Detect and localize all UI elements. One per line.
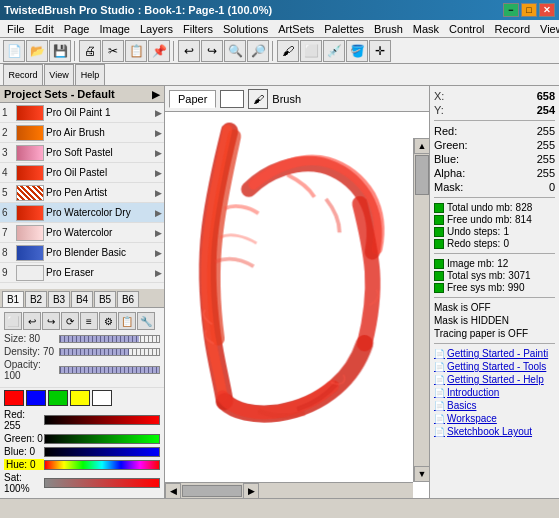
ctrl-icon-2[interactable]: ↩	[23, 312, 41, 330]
horizontal-scrollbar[interactable]: ◀ ▶	[165, 482, 413, 498]
link-workspace[interactable]: 📄 Workspace	[434, 413, 555, 424]
ctrl-icon-7[interactable]: 📋	[118, 312, 136, 330]
undo-button[interactable]: ↩	[178, 40, 200, 62]
maximize-button[interactable]: □	[521, 3, 537, 17]
help-button[interactable]: Help	[75, 64, 105, 86]
link-label-3: Getting Started - Help	[447, 374, 544, 385]
eraser-tool[interactable]: ⬜	[300, 40, 322, 62]
redo-button[interactable]: ↪	[201, 40, 223, 62]
link-label-4: Introduction	[447, 387, 499, 398]
link-introduction[interactable]: 📄 Introduction	[434, 387, 555, 398]
ctrl-icon-4[interactable]: ⟳	[61, 312, 79, 330]
menu-file[interactable]: File	[2, 22, 30, 36]
menu-page[interactable]: Page	[59, 22, 95, 36]
blue-info-label: Blue:	[434, 153, 459, 165]
menu-palettes[interactable]: Palettes	[319, 22, 369, 36]
density-slider[interactable]	[59, 348, 160, 356]
project-sets-header[interactable]: Project Sets - Default ▶	[0, 86, 164, 103]
scroll-thumb-h[interactable]	[182, 485, 242, 497]
print-button[interactable]: 🖨	[79, 40, 101, 62]
sat-slider[interactable]	[44, 478, 160, 488]
brush-tab-b5[interactable]: B5	[94, 291, 116, 307]
green-slider[interactable]	[44, 434, 160, 444]
copy-button[interactable]: 📋	[125, 40, 147, 62]
fg-color-swatch[interactable]	[4, 390, 24, 406]
view-button[interactable]: View	[44, 64, 74, 86]
menu-solutions[interactable]: Solutions	[218, 22, 273, 36]
menu-layers[interactable]: Layers	[135, 22, 178, 36]
menu-image[interactable]: Image	[94, 22, 135, 36]
zoom-out-button[interactable]: 🔎	[247, 40, 269, 62]
swatch-blue[interactable]	[26, 390, 46, 406]
ctrl-icon-3[interactable]: ↪	[42, 312, 60, 330]
close-button[interactable]: ✕	[539, 3, 555, 17]
link-getting-started-help[interactable]: 📄 Getting Started - Help	[434, 374, 555, 385]
menu-brush[interactable]: Brush	[369, 22, 408, 36]
ctrl-icon-1[interactable]: ⬜	[4, 312, 22, 330]
brush-item-8[interactable]: 8 Pro Blender Basic ▶	[0, 243, 164, 263]
menu-control[interactable]: Control	[444, 22, 489, 36]
canvas-area: Paper 🖌 Brush	[165, 86, 429, 498]
brush-item-4[interactable]: 4 Pro Oil Pastel ▶	[0, 163, 164, 183]
project-sets-arrow[interactable]: ▶	[152, 89, 160, 100]
menu-artsets[interactable]: ArtSets	[273, 22, 319, 36]
link-getting-started-paint[interactable]: 📄 Getting Started - Painti	[434, 348, 555, 359]
swatch-green[interactable]	[48, 390, 68, 406]
ctrl-icon-8[interactable]: 🔧	[137, 312, 155, 330]
link-sketchbook[interactable]: 📄 Sketchbook Layout	[434, 426, 555, 437]
brush-tool[interactable]: 🖌	[277, 40, 299, 62]
minimize-button[interactable]: −	[503, 3, 519, 17]
opacity-slider[interactable]	[59, 366, 160, 374]
paper-color-box[interactable]	[220, 90, 244, 108]
green-slider-row: Green: 0	[4, 433, 160, 444]
save-button[interactable]: 💾	[49, 40, 71, 62]
ctrl-icon-6[interactable]: ⚙	[99, 312, 117, 330]
zoom-in-button[interactable]: 🔍	[224, 40, 246, 62]
brush-item-7[interactable]: 7 Pro Watercolor ▶	[0, 223, 164, 243]
brush-item-1[interactable]: 1 Pro Oil Paint 1 ▶	[0, 103, 164, 123]
menu-filters[interactable]: Filters	[178, 22, 218, 36]
brush-item-6[interactable]: 6 Pro Watercolor Dry ▶	[0, 203, 164, 223]
swatch-white[interactable]	[92, 390, 112, 406]
brush-tab-b3[interactable]: B3	[48, 291, 70, 307]
scroll-right-button[interactable]: ▶	[243, 483, 259, 499]
paper-tab[interactable]: Paper	[169, 90, 216, 108]
swatch-yellow[interactable]	[70, 390, 90, 406]
brush-tab-b1[interactable]: B1	[2, 291, 24, 307]
brush-item-2[interactable]: 2 Pro Air Brush ▶	[0, 123, 164, 143]
menu-edit[interactable]: Edit	[30, 22, 59, 36]
blue-slider[interactable]	[44, 447, 160, 457]
brush-tab-b2[interactable]: B2	[25, 291, 47, 307]
scroll-up-button[interactable]: ▲	[414, 138, 429, 154]
menu-record[interactable]: Record	[490, 22, 535, 36]
red-slider[interactable]	[44, 415, 160, 425]
open-button[interactable]: 📂	[26, 40, 48, 62]
brush-item-9[interactable]: 9 Pro Eraser ▶	[0, 263, 164, 283]
new-button[interactable]: 📄	[3, 40, 25, 62]
green-label: Green: 0	[4, 433, 44, 444]
move-tool[interactable]: ✛	[369, 40, 391, 62]
brush-item-3[interactable]: 3 Pro Soft Pastel ▶	[0, 143, 164, 163]
green-indicator-5	[434, 259, 444, 269]
paste-button[interactable]: 📌	[148, 40, 170, 62]
menu-mask[interactable]: Mask	[408, 22, 444, 36]
hue-slider[interactable]	[44, 460, 160, 470]
brush-arrow-6: ▶	[155, 208, 162, 218]
drawing-canvas[interactable]: ▲ ▼ ◀ ▶	[165, 112, 429, 498]
scroll-left-button[interactable]: ◀	[165, 483, 181, 499]
eyedropper-tool[interactable]: 💉	[323, 40, 345, 62]
brush-item-5[interactable]: 5 Pro Pen Artist ▶	[0, 183, 164, 203]
link-getting-started-tools[interactable]: 📄 Getting Started - Tools	[434, 361, 555, 372]
cut-button[interactable]: ✂	[102, 40, 124, 62]
vertical-scrollbar[interactable]: ▲ ▼	[413, 138, 429, 482]
fill-tool[interactable]: 🪣	[346, 40, 368, 62]
scroll-thumb-v[interactable]	[415, 155, 429, 195]
brush-tab-b6[interactable]: B6	[117, 291, 139, 307]
scroll-down-button[interactable]: ▼	[414, 466, 429, 482]
link-basics[interactable]: 📄 Basics	[434, 400, 555, 411]
menu-view[interactable]: View	[535, 22, 559, 36]
record-button[interactable]: Record	[3, 64, 43, 86]
brush-tab-b4[interactable]: B4	[71, 291, 93, 307]
ctrl-icon-5[interactable]: ≡	[80, 312, 98, 330]
size-slider[interactable]	[59, 335, 160, 343]
